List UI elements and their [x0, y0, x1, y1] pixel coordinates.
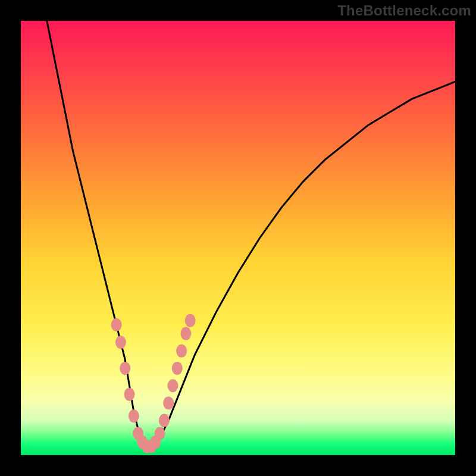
- marker-dot: [124, 388, 135, 401]
- watermark-text: TheBottleneck.com: [337, 2, 471, 19]
- marker-dot: [155, 427, 165, 440]
- marker-dot: [168, 379, 178, 392]
- marker-dot: [163, 396, 174, 409]
- marker-dot: [185, 314, 196, 327]
- chart-container: TheBottleneck.com: [0, 0, 476, 476]
- marker-dot: [159, 414, 170, 427]
- marker-dot: [129, 409, 139, 422]
- marker-dot: [111, 318, 122, 331]
- marker-dot: [176, 345, 187, 358]
- marker-dot: [172, 362, 183, 375]
- marker-dot: [115, 336, 126, 349]
- curve-layer: [21, 21, 455, 455]
- bottleneck-curve: [47, 21, 455, 446]
- marker-dot: [180, 327, 191, 340]
- marker-dot: [120, 362, 130, 375]
- plot-area: [21, 21, 455, 455]
